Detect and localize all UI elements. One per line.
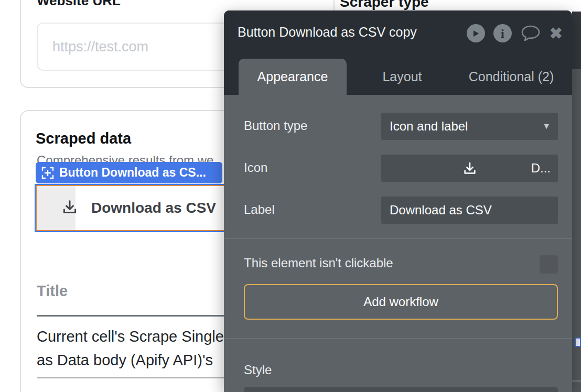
- chevron-down-icon: ▼: [542, 122, 551, 131]
- cell-expression-line1: Current cell's Scrape Single: [37, 325, 224, 349]
- editor-canvas: Website URL Scraper type Scraped data Co…: [0, 0, 581, 392]
- button-type-dropdown[interactable]: Icon and label ▼: [381, 113, 558, 140]
- icon-label: Icon: [244, 160, 267, 175]
- download-icon: [61, 198, 79, 218]
- not-clickable-label: This element isn't clickable: [244, 256, 393, 270]
- cell-expression-line2: as Data body (Apify API)'s: [37, 349, 224, 372]
- label-input[interactable]: Download as CSV: [381, 197, 558, 224]
- button-type-label: Button type: [244, 118, 307, 133]
- selected-button-outline: Download as CSV: [35, 184, 230, 232]
- tab-conditional[interactable]: Conditional (2): [455, 59, 568, 95]
- scraper-type-heading: Scraper type: [340, 0, 429, 10]
- background-panel-strip-line: [572, 380, 581, 382]
- title-column-header: Title: [37, 282, 68, 300]
- dialog-header[interactable]: Button Download as CSV copy i ✖: [224, 10, 572, 95]
- table-cell-expression: Current cell's Scrape Single as Data bod…: [37, 325, 224, 372]
- close-icon[interactable]: ✖: [550, 24, 563, 42]
- tab-appearance[interactable]: Appearance: [239, 59, 347, 95]
- download-csv-button-label: Download as CSV: [91, 200, 216, 216]
- button-type-value: Icon and label: [381, 119, 468, 134]
- label-field-label: Label: [244, 202, 275, 217]
- icon-name-truncated: D...: [531, 161, 551, 176]
- scraped-data-title: Scraped data: [36, 130, 131, 147]
- selected-element-name: Button Download as CS...: [59, 166, 206, 180]
- section-divider: [224, 338, 572, 339]
- tab-layout[interactable]: Layout: [355, 59, 449, 95]
- select-plus-icon: [41, 166, 55, 180]
- website-url-label: Website URL: [37, 0, 121, 9]
- play-icon[interactable]: [467, 24, 485, 42]
- partially-visible-content: [575, 337, 581, 347]
- dialog-header-actions: i ✖: [467, 24, 563, 42]
- comment-icon[interactable]: [520, 24, 541, 42]
- style-section-label: Style: [244, 363, 272, 377]
- selected-element-badge[interactable]: Button Download as CS...: [36, 162, 222, 183]
- section-divider: [224, 238, 572, 239]
- background-panel-strip-dark: [572, 12, 581, 69]
- label-input-value: Download as CSV: [381, 203, 492, 217]
- dialog-title: Button Download as CSV copy: [238, 25, 417, 40]
- info-icon[interactable]: i: [493, 24, 512, 42]
- property-editor-dialog: Button Download as CSV copy i ✖: [224, 10, 572, 392]
- icon-picker[interactable]: D...: [381, 155, 558, 182]
- add-workflow-button[interactable]: Add workflow: [244, 284, 558, 320]
- clickable-checkbox[interactable]: [540, 255, 558, 274]
- download-csv-button[interactable]: Download as CSV: [36, 185, 229, 231]
- style-dropdown[interactable]: [244, 387, 558, 392]
- download-icon: [462, 160, 478, 176]
